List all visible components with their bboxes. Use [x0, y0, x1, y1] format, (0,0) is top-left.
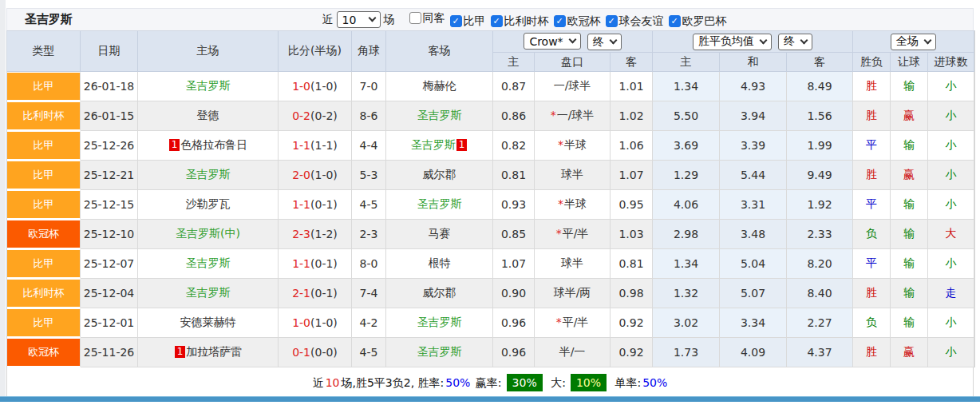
- corners-cell: 4-5: [352, 338, 386, 367]
- halftime-score: (1-0): [310, 80, 338, 93]
- rank-badge: 1: [169, 139, 180, 151]
- home-team-cell: 圣吉罗斯: [138, 161, 279, 190]
- team-name: 圣吉罗斯: [417, 345, 462, 358]
- checkbox-icon[interactable]: ✓: [554, 15, 566, 27]
- avg-type-select[interactable]: 胜平负均值: [693, 34, 772, 50]
- handicap-cell: 球半: [535, 249, 611, 279]
- corners-cell: 2-3: [352, 220, 386, 249]
- sub-header-odds-away: 客: [611, 53, 653, 72]
- filter-checkbox-欧冠杯[interactable]: ✓欧冠杯: [554, 14, 601, 29]
- team-name: 色格拉布鲁日: [180, 138, 247, 151]
- odds-group-header: Crow* 终: [493, 31, 653, 53]
- odds-home-cell: 0.90: [493, 279, 535, 308]
- league-type-cell: 比甲: [7, 308, 81, 338]
- recent-count-value: 10: [342, 14, 357, 26]
- odds-away-cell: 1.02: [611, 101, 653, 131]
- handicap-result-cell: 输: [891, 72, 928, 101]
- odds-home-cell: 0.86: [493, 101, 535, 131]
- fulltime-score: 0-1: [292, 346, 310, 359]
- home-team-cell: 圣吉罗斯: [138, 72, 279, 101]
- odds-home-cell: 0.82: [493, 131, 535, 161]
- goals-result-cell: 小: [928, 72, 974, 101]
- odds-company-value: Crow*: [529, 35, 563, 48]
- handicap-text: 半球: [564, 197, 587, 210]
- scope-select[interactable]: 全场: [891, 34, 936, 50]
- outcome-cell: 负: [853, 308, 891, 338]
- avg-draw-cell: 3.31: [720, 190, 787, 220]
- score-cell: 1-1(0-1): [279, 249, 352, 279]
- home-team-cell: 圣吉罗斯(中): [138, 220, 279, 249]
- avg-type-value: 胜平负均值: [698, 34, 754, 49]
- col-header-home: 主场: [138, 31, 279, 72]
- changed-odds-star: *: [556, 227, 562, 240]
- checkbox-icon[interactable]: ✓: [491, 15, 503, 27]
- checkbox-label: 比甲: [464, 14, 486, 29]
- fulltime-score: 1-0: [292, 316, 310, 329]
- scope-value: 全场: [896, 34, 919, 49]
- match-row: 比甲25-12-15沙勒罗瓦1-1(0-1)4-5圣吉罗斯0.93*半球0.95…: [7, 190, 974, 220]
- team-name: 圣吉罗斯: [417, 197, 462, 210]
- avg-away-cell: 1.99: [787, 131, 853, 161]
- goals-result-cell: 小: [928, 131, 974, 161]
- team-name: 沙勒罗瓦: [186, 197, 231, 210]
- avg-home-cell: 1.29: [653, 161, 720, 190]
- handicap-result-cell: 赢: [891, 161, 928, 190]
- avg-draw-cell: 4.93: [720, 72, 787, 101]
- team-name: 威尔郡: [423, 286, 456, 299]
- fulltime-score: 1-1: [292, 257, 310, 270]
- goals-result-cell: 小: [928, 338, 974, 367]
- odds-home-cell: 0.96: [493, 308, 535, 338]
- outcome-cell: 胜: [853, 161, 891, 190]
- checkbox-icon[interactable]: ✓: [669, 15, 681, 27]
- fulltime-score: 2-1: [292, 287, 310, 300]
- league-type-cell: 欧冠杯: [7, 220, 81, 249]
- recent-count-select[interactable]: 10: [337, 11, 381, 28]
- league-type-cell: 比甲: [7, 161, 81, 190]
- outcome-cell: 负: [853, 220, 891, 249]
- filter-checkbox-欧罗巴杯[interactable]: ✓欧罗巴杯: [669, 14, 727, 29]
- handicap-result-cell: 输: [891, 308, 928, 338]
- team-name: 圣吉罗斯: [186, 168, 231, 181]
- avg-time-select[interactable]: 终: [778, 34, 812, 50]
- odds-company-select[interactable]: Crow*: [524, 33, 580, 50]
- odds-home-cell: 0.85: [493, 220, 535, 249]
- sub-header-avg-away: 客: [787, 53, 853, 72]
- odds-time-select[interactable]: 终: [587, 34, 622, 50]
- odds-away-cell: 0.81: [611, 249, 653, 279]
- checkbox-icon[interactable]: ✓: [606, 15, 618, 27]
- sub-header-odds-home: 主: [493, 53, 535, 72]
- score-cell: 0-1(0-0): [279, 338, 352, 367]
- checkbox-icon[interactable]: [409, 12, 421, 24]
- match-stats-panel: 圣吉罗斯 近 10 场 同客✓比甲✓比利时杯✓欧冠杯✓球会友谊✓欧罗巴杯 类型 …: [6, 8, 974, 398]
- odds-home-cell: 1.07: [493, 249, 535, 279]
- away-team-cell: 圣吉罗斯: [386, 338, 493, 367]
- goals-result-cell: 小: [928, 101, 974, 131]
- avg-home-cell: 5.50: [653, 101, 720, 131]
- filter-checkbox-球会友谊[interactable]: ✓球会友谊: [606, 14, 664, 29]
- score-cell: 1-1(1-1): [279, 131, 352, 161]
- match-row: 欧冠杯25-11-261加拉塔萨雷0-1(0-0)4-5圣吉罗斯0.96半/一0…: [7, 338, 974, 367]
- footer-segment: 赢率:: [472, 376, 501, 389]
- filter-checkbox-同客[interactable]: 同客: [409, 11, 445, 26]
- team-name: 圣吉罗斯: [186, 256, 231, 269]
- team-name: 圣吉罗斯: [186, 79, 231, 92]
- checkbox-icon[interactable]: ✓: [450, 15, 462, 27]
- handicap-result-cell: 赢: [891, 338, 928, 367]
- filter-checkbox-比甲[interactable]: ✓比甲: [450, 14, 486, 29]
- goals-result-cell: 走: [928, 279, 974, 308]
- handicap-cell: 球半/两: [535, 279, 611, 308]
- footer-segment: 近: [313, 376, 324, 389]
- handicap-text: 球半: [561, 256, 583, 269]
- avg-away-cell: 2.27: [787, 308, 853, 338]
- avg-draw-cell: 3.34: [720, 308, 787, 338]
- matches-table: 类型 日期 主场 比分(半场) 角球 客场 Crow* 终: [6, 30, 975, 367]
- outcome-cell: 胜: [853, 101, 891, 131]
- date-cell: 25-12-15: [81, 190, 138, 220]
- filter-checkbox-比利时杯[interactable]: ✓比利时杯: [491, 14, 549, 29]
- goals-result-cell: 小: [928, 249, 974, 279]
- goals-result-cell: 小: [928, 308, 974, 338]
- odds-away-cell: 1.03: [611, 220, 653, 249]
- avg-group-header: 胜平负均值 终: [653, 31, 853, 53]
- handicap-text: 半球: [564, 138, 587, 151]
- team-name: 登德: [197, 109, 219, 121]
